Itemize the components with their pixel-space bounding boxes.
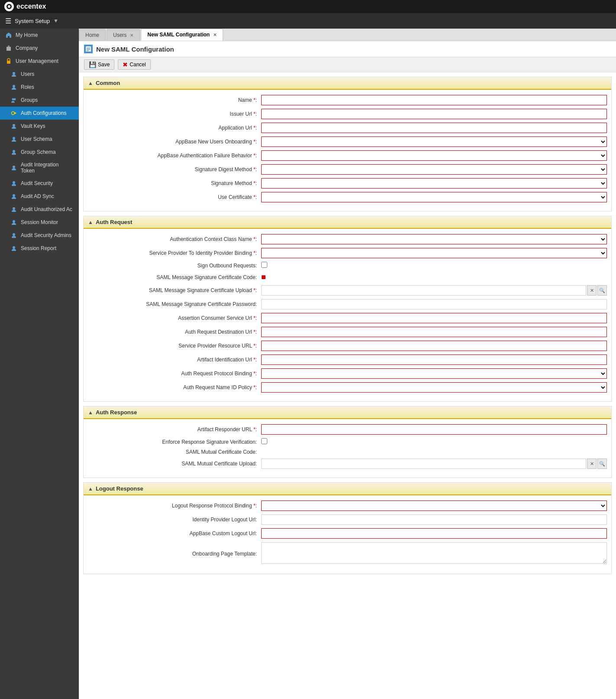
sidebar-item-user-schema[interactable]: User Schema	[0, 133, 79, 146]
lock-icon	[5, 58, 12, 65]
control-use-cert	[261, 192, 607, 202]
select-sp-to-idp[interactable]	[261, 248, 607, 258]
select-auth-protocol-binding[interactable]	[261, 368, 607, 379]
file-clear-btn[interactable]: ✕	[587, 285, 597, 296]
svg-point-19	[13, 246, 15, 249]
required-indicator: *	[253, 236, 256, 242]
section-logout-response: ▲ Logout Response Logout Response Protoc…	[83, 482, 612, 574]
required-indicator: *	[253, 503, 256, 509]
sidebar-item-auth-configurations[interactable]: Auth Configurations	[0, 107, 79, 120]
file-input-saml-mutual[interactable]	[261, 458, 586, 469]
input-artifact-id-url[interactable]	[261, 354, 607, 365]
select-use-cert[interactable]	[261, 192, 607, 202]
input-saml-sig-cert-password[interactable]	[261, 299, 607, 309]
tab-new-saml[interactable]: New SAML Configuration ✕	[141, 29, 223, 41]
section-common-collapse[interactable]: ▲	[88, 80, 93, 86]
section-logout-response-header: ▲ Logout Response	[84, 483, 611, 495]
sidebar-item-audit-integration-token[interactable]: Audit Integration Token	[0, 159, 79, 177]
file-upload-saml-sig: ✕ 🔍	[261, 285, 607, 296]
field-sig-method: Signature Method *:	[84, 178, 611, 189]
section-auth-response-collapse[interactable]: ▲	[88, 410, 93, 416]
input-assertion-consumer-url[interactable]	[261, 313, 607, 323]
audit-ad-icon	[10, 193, 17, 200]
field-saml-sig-cert-code: SAML Message Signature Certificate Code:…	[84, 273, 611, 282]
tab-new-saml-close[interactable]: ✕	[213, 33, 217, 37]
checkbox-enforce-sig-verify[interactable]	[261, 438, 267, 444]
home-icon	[5, 32, 12, 39]
input-name[interactable]	[261, 95, 607, 105]
toolbar: 💾 Save ✖ Cancel	[79, 57, 616, 72]
select-sig-digest[interactable]	[261, 164, 607, 175]
field-idp-logout-url: Identity Provider Logout Url:	[84, 514, 611, 525]
input-sp-resource-url[interactable]	[261, 341, 607, 351]
select-logout-protocol-binding[interactable]	[261, 501, 607, 511]
svg-rect-2	[6, 47, 11, 51]
sidebar-item-group-schema[interactable]: Group Schema	[0, 146, 79, 159]
select-sig-method[interactable]	[261, 178, 607, 189]
sidebar-item-audit-ad-sync[interactable]: Audit AD Sync	[0, 190, 79, 203]
sidebar-item-session-report[interactable]: Session Report	[0, 242, 79, 255]
input-auth-dest-url[interactable]	[261, 327, 607, 337]
file-clear-btn-mutual[interactable]: ✕	[587, 458, 597, 469]
input-issuer-url[interactable]	[261, 109, 607, 119]
control-saml-sig-cert-password	[261, 299, 607, 309]
control-auth-name-id-policy	[261, 382, 607, 393]
sidebar-item-vault-keys[interactable]: Vault Keys	[0, 120, 79, 133]
session-report-icon	[10, 245, 17, 252]
sidebar-item-company[interactable]: Company	[0, 42, 79, 55]
field-sig-digest: Signature Digest Method *:	[84, 164, 611, 175]
select-auth-failure[interactable]	[261, 150, 607, 161]
sidebar-item-session-monitor[interactable]: Session Monitor	[0, 216, 79, 229]
section-auth-request-collapse[interactable]: ▲	[88, 219, 93, 225]
cancel-button[interactable]: ✖ Cancel	[118, 59, 150, 70]
input-appbase-custom-logout-url[interactable]	[261, 528, 607, 539]
sidebar-item-my-home[interactable]: My Home	[0, 29, 79, 42]
section-common-body: Name *: Issuer Url *: Appl	[84, 90, 611, 211]
sidebar-item-groups[interactable]: Groups	[0, 94, 79, 107]
save-label: Save	[98, 62, 110, 68]
required-indicator: *	[253, 139, 256, 145]
label-saml-mutual-cert-upload: SAML Mutual Certificate Upload:	[88, 461, 261, 467]
section-common-title: Common	[96, 80, 120, 86]
file-browse-btn[interactable]: 🔍	[597, 285, 607, 296]
sidebar-item-audit-unauthorized[interactable]: Audit Unauthorized Ac	[0, 203, 79, 216]
field-logout-protocol-binding: Logout Response Protocol Binding *:	[84, 501, 611, 511]
textarea-onboarding-page-template[interactable]	[261, 542, 607, 564]
file-browse-btn-mutual[interactable]: 🔍	[597, 458, 607, 469]
save-button[interactable]: 💾 Save	[84, 59, 114, 70]
control-sp-to-idp	[261, 248, 607, 258]
input-application-url[interactable]	[261, 123, 607, 133]
file-input-saml-sig[interactable]	[261, 285, 586, 296]
sidebar-item-users[interactable]: Users	[0, 68, 79, 81]
sidebar-item-roles[interactable]: Roles	[0, 81, 79, 94]
label-sp-to-idp: Service Provider To Identity Provider Bi…	[88, 250, 261, 256]
tab-users-close[interactable]: ✕	[130, 33, 133, 38]
sidebar-item-audit-security-admins[interactable]: Audit Security Admins	[0, 229, 79, 242]
label-auth-protocol-binding: Auth Request Protocol Binding *:	[88, 371, 261, 377]
input-idp-logout-url[interactable]	[261, 514, 607, 525]
tab-users[interactable]: Users ✕	[107, 29, 140, 41]
control-assertion-consumer-url	[261, 313, 607, 323]
control-artifact-id-url	[261, 354, 607, 365]
select-auth-name-id-policy[interactable]	[261, 382, 607, 393]
checkbox-sign-outbound[interactable]	[261, 262, 267, 268]
vault-icon	[10, 123, 17, 130]
required-indicator: *	[253, 371, 256, 377]
field-auth-dest-url: Auth Request Destination Url *:	[84, 327, 611, 337]
input-artifact-responder-url[interactable]	[261, 424, 607, 435]
label-sig-digest: Signature Digest Method *:	[88, 166, 261, 172]
audit-unauth-icon	[10, 206, 17, 213]
tab-home[interactable]: Home	[79, 29, 106, 41]
svg-point-16	[13, 207, 15, 210]
svg-rect-3	[8, 46, 10, 47]
hamburger-icon[interactable]: ☰	[5, 17, 11, 25]
label-idp-logout-url: Identity Provider Logout Url:	[88, 517, 261, 523]
sidebar-item-audit-security[interactable]: Audit Security	[0, 177, 79, 190]
select-appbase-new-users[interactable]	[261, 137, 607, 147]
field-auth-failure: AppBase Authentication Failure Behavior …	[84, 150, 611, 161]
sidebar-item-user-management[interactable]: User Management	[0, 55, 79, 68]
select-auth-context[interactable]	[261, 234, 607, 244]
main-layout: My Home Company User Management Users Ro…	[0, 29, 616, 699]
save-icon: 💾	[89, 61, 96, 68]
section-logout-response-collapse[interactable]: ▲	[88, 486, 93, 492]
